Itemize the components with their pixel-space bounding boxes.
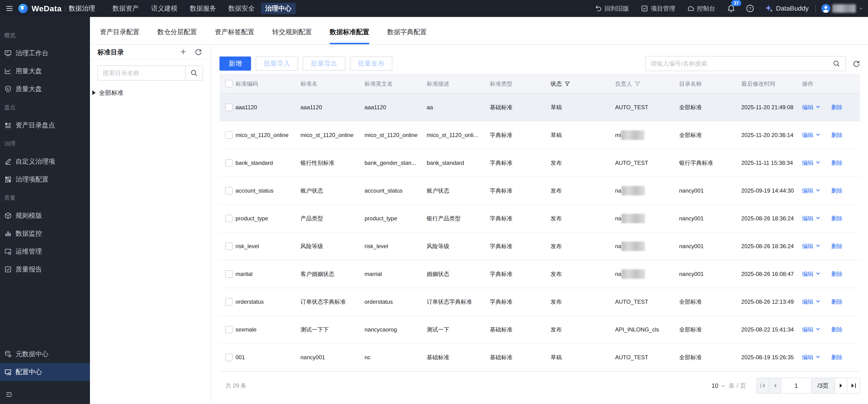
tab-2[interactable]: 数仓分层配置 [157,17,197,44]
tab-1[interactable]: 资产目录配置 [100,17,140,44]
sidebar-item-ops-manage[interactable]: 运维管理 [0,243,90,260]
last-page-button[interactable] [847,378,860,393]
add-catalog-icon[interactable] [180,49,186,55]
menu-icon[interactable] [6,5,13,12]
delete-link[interactable]: 删除 [831,104,843,111]
edit-link[interactable]: 编辑 [802,243,813,249]
catalog-search [97,65,203,81]
filter-icon[interactable] [634,81,641,87]
topbar-nav-item-2[interactable]: 语义建模 [145,0,184,17]
table-search-input[interactable] [646,60,833,67]
topbar-nav-item-1[interactable]: 数据资产 [106,0,145,17]
refresh-table-icon[interactable] [852,60,860,67]
sidebar-item-workbench[interactable]: 治理工作台 [0,44,90,62]
row-checkbox[interactable] [225,103,232,111]
topbar-action-console[interactable]: 控制台 [687,4,715,13]
delete-link[interactable]: 删除 [831,326,843,333]
row-checkbox[interactable] [225,131,232,139]
wedata-logo-icon[interactable] [18,3,28,14]
search-icon[interactable] [833,60,845,67]
search-icon[interactable] [185,66,203,80]
page-input[interactable]: 1 [781,378,811,393]
row-checkbox[interactable] [225,298,232,306]
edit-link[interactable]: 编辑 [802,160,813,166]
edit-link[interactable]: 编辑 [802,354,813,361]
topbar-action-project[interactable]: 项目管理 [641,4,675,13]
delete-link[interactable]: 删除 [831,299,843,305]
delete-link[interactable]: 删除 [831,132,843,138]
tab-5[interactable]: 数据标准配置 [330,17,369,44]
edit-link[interactable]: 编辑 [802,104,813,111]
sidebar-item-label: 治理项配置 [16,175,49,184]
sidebar-item-config-center[interactable]: 配置中心 [0,363,90,381]
row-checkbox[interactable] [225,187,232,194]
page-size-select[interactable]: 10 条 / 页 [711,382,746,390]
sidebar-item-data-monitor[interactable]: 数据监控 [0,225,90,243]
cell-code: sexmale [236,316,297,343]
total-count: 共 29 条 [226,382,246,390]
topbar-action-undo[interactable]: 回到旧版 [595,4,629,13]
batch-export-button[interactable]: 批量导出 [303,57,345,71]
delete-link[interactable]: 删除 [831,354,843,361]
sidebar-item-custom-governance[interactable]: 自定义治理项 [0,153,90,170]
catalog-search-input[interactable] [98,66,185,80]
batch-publish-button[interactable]: 批量发布 [350,57,392,71]
sidebar-item-quality-shield[interactable]: 质量大盘 [0,80,90,98]
bell-icon[interactable]: 37 [727,4,736,13]
cell-owner: na [615,177,675,204]
topbar-nav-item-4[interactable]: 数据安全 [222,0,261,17]
cell-modified-time: 2025-11-20 20:36:14 [741,122,798,149]
select-all-checkbox[interactable] [225,80,232,87]
cell-description: 测试一下 [427,316,486,343]
sidebar-item-metadata-center[interactable]: 元数据中心 [0,345,90,363]
edit-link[interactable]: 编辑 [802,271,813,277]
edit-link[interactable]: 编辑 [802,299,813,305]
row-checkbox[interactable] [225,326,232,333]
delete-link[interactable]: 删除 [831,215,843,221]
row-checkbox[interactable] [225,243,232,250]
edit-link[interactable]: 编辑 [802,326,813,333]
sidebar-item-quality-report[interactable]: 质量报告 [0,260,90,278]
topbar-nav-item-5[interactable]: 治理中心 [261,3,296,14]
cell-description: 订单状态字典标准 [427,288,486,315]
column-header[interactable]: 负责人 [615,74,641,94]
row-checkbox[interactable] [225,215,232,222]
column-header[interactable]: 状态 [551,74,570,94]
databuddy-entry[interactable]: DataBuddy [765,4,809,13]
edit-link[interactable]: 编辑 [802,215,813,221]
row-checkbox[interactable] [225,159,232,167]
sidebar-item-rule-template[interactable]: 规则模版 [0,207,90,225]
edit-link[interactable]: 编辑 [802,187,813,194]
tab-3[interactable]: 资产标签配置 [215,17,254,44]
cell-catalog: nancy001 [679,177,738,204]
tab-6[interactable]: 数据字典配置 [387,17,427,44]
delete-link[interactable]: 删除 [831,243,843,249]
tab-4[interactable]: 转交规则配置 [272,17,312,44]
batch-import-button[interactable]: 批量导入 [256,57,298,71]
chevron-down-icon [815,160,821,165]
delete-link[interactable]: 删除 [831,187,843,194]
edit-link[interactable]: 编辑 [802,132,813,138]
delete-link[interactable]: 删除 [831,160,843,166]
next-page-button[interactable] [835,378,847,393]
delete-link[interactable]: 删除 [831,271,843,277]
filter-icon[interactable] [564,81,570,87]
add-button[interactable]: 新增 [219,57,251,71]
sidebar-item-usage-chart[interactable]: 用量大盘 [0,62,90,80]
topbar-nav-item-3[interactable]: 数据服务 [184,0,222,17]
row-checkbox[interactable] [225,270,232,278]
divider [65,5,65,12]
sidebar-item-catalog-audit[interactable]: 资产目录盘点 [0,116,90,134]
tree-item-all-standards[interactable]: 全部标准 [90,88,211,98]
sidebar-collapse-button[interactable] [0,385,90,404]
column-header: 操作 [802,74,813,94]
first-page-button[interactable] [757,378,769,393]
caret-right-icon[interactable] [92,90,96,95]
help-icon[interactable]: ? [746,4,754,13]
refresh-catalog-icon[interactable] [194,48,202,56]
row-checkbox[interactable] [225,353,232,361]
redacted-text [621,130,645,140]
sidebar-item-governance-config[interactable]: 治理项配置 [0,170,90,188]
user-menu[interactable] [822,4,864,13]
prev-page-button[interactable] [769,378,781,393]
